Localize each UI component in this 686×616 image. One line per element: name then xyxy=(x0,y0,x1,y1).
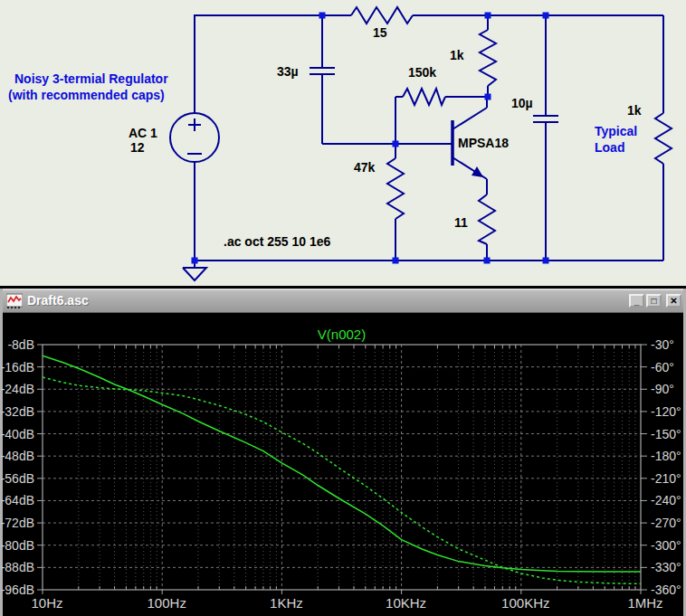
load-caption-line1: Typical xyxy=(595,124,637,138)
resistor-11-label[interactable]: 11 xyxy=(454,215,468,230)
resistor-load xyxy=(655,113,672,164)
x-tick-label: 1KHz xyxy=(270,595,303,611)
transistor-collector xyxy=(453,97,487,129)
source-ac-label[interactable]: AC 1 xyxy=(129,126,157,140)
schematic-comment-line2: (with recommended caps) xyxy=(8,88,165,102)
y-left-tick-label: -96dB xyxy=(1,583,34,597)
y-left-tick-label: -48dB xyxy=(1,449,34,463)
wire xyxy=(413,15,663,113)
y-left-tick-label: -88dB xyxy=(1,560,34,574)
y-left-tick-label: -80dB xyxy=(1,538,34,553)
x-tick-label: 10Hz xyxy=(31,595,62,611)
y-right-tick-label: -180° xyxy=(651,449,681,463)
resistor-15 xyxy=(351,7,413,24)
y-right-tick-label: -210° xyxy=(651,471,681,486)
y-left-tick-label: -16dB xyxy=(1,360,34,374)
resistor-11 xyxy=(479,194,495,244)
magnitude-trace xyxy=(43,355,641,572)
schematic-drawing xyxy=(0,0,686,286)
resistor-1k xyxy=(480,30,496,86)
source-polarity-marks xyxy=(187,118,202,154)
resistor-15-label[interactable]: 15 xyxy=(373,25,387,40)
spice-directive[interactable]: .ac oct 255 10 1e6 xyxy=(224,234,330,249)
resistor-47k-label[interactable]: 47k xyxy=(354,160,375,175)
resistor-150k-label[interactable]: 150k xyxy=(408,65,436,80)
waveform-plot-area[interactable]: -8dB-30°-16dB-60°-24dB-90°-32dB-120°-40d… xyxy=(0,289,686,616)
capacitor-10u-label[interactable]: 10µ xyxy=(511,96,533,110)
trace-title: V(n002) xyxy=(318,327,366,342)
resistor-150k xyxy=(403,89,445,105)
y-left-tick-label: -72dB xyxy=(1,516,34,530)
x-tick-label: 10KHz xyxy=(386,595,426,611)
ltspice-screen: Noisy 3-termial Regulator (with recommen… xyxy=(0,0,686,616)
resistor-load-label[interactable]: 1k xyxy=(627,103,642,118)
capacitor-10u xyxy=(533,15,558,261)
y-left-tick-label: -40dB xyxy=(1,427,34,441)
x-tick-label: 1MHz xyxy=(627,595,662,611)
transistor-label[interactable]: MPSA18 xyxy=(458,136,509,150)
y-right-tick-label: -240° xyxy=(651,493,681,507)
y-right-tick-label: -270° xyxy=(651,516,681,530)
y-left-tick-label: -56dB xyxy=(1,471,34,486)
wire xyxy=(195,15,351,113)
y-right-tick-label: -150° xyxy=(651,427,681,441)
capacitor-33u-label[interactable]: 33µ xyxy=(277,64,299,79)
y-left-tick-label: -32dB xyxy=(1,404,34,419)
schematic-canvas[interactable]: Noisy 3-termial Regulator (with recommen… xyxy=(0,0,686,286)
phase-trace xyxy=(43,377,641,583)
capacitor-33u xyxy=(310,15,335,144)
source-dc-label[interactable]: 12 xyxy=(130,140,145,155)
y-left-tick-label: -8dB xyxy=(7,337,34,352)
y-right-tick-label: -300° xyxy=(651,538,681,553)
y-right-tick-label: -330° xyxy=(651,560,681,574)
y-right-tick-label: -60° xyxy=(651,360,674,374)
resistor-47k xyxy=(387,158,404,219)
y-right-tick-label: -30° xyxy=(651,337,674,352)
x-tick-label: 100KHz xyxy=(501,595,549,611)
y-right-tick-label: -90° xyxy=(651,382,674,396)
emitter-arrow xyxy=(472,166,483,177)
x-tick-label: 100Hz xyxy=(148,595,186,611)
y-left-tick-label: -64dB xyxy=(1,493,34,507)
y-left-tick-label: -24dB xyxy=(1,382,34,396)
schematic-comment-line1: Noisy 3-termial Regulator xyxy=(14,71,168,86)
load-caption-line2: Load xyxy=(595,140,624,155)
y-right-tick-label: -120° xyxy=(651,404,681,419)
resistor-1k-label[interactable]: 1k xyxy=(450,48,464,62)
